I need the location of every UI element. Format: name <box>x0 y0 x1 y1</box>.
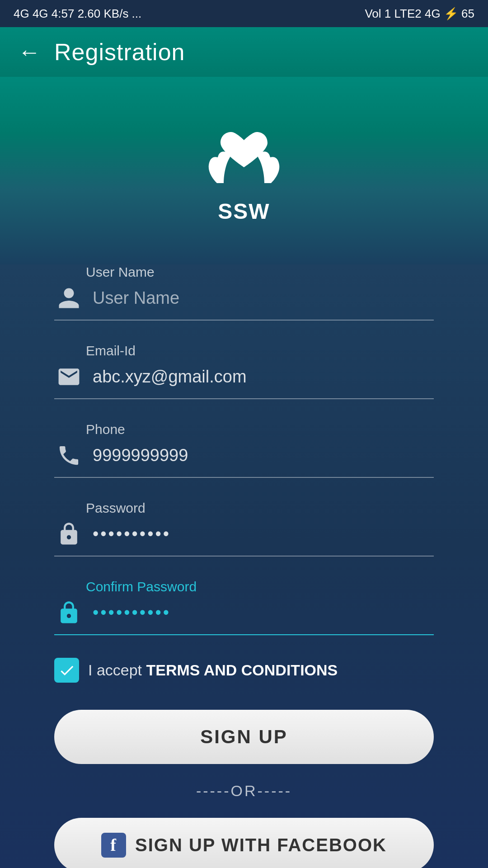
email-row <box>54 362 434 399</box>
content-area: SSW User Name Email-Id <box>0 77 488 868</box>
terms-link[interactable]: TERMS AND CONDITIONS <box>146 661 338 679</box>
lock-icon <box>54 519 84 549</box>
phone-label: Phone <box>54 422 434 437</box>
status-left-text: 4G 4G 4:57 2.60 KB/s ... <box>14 7 141 21</box>
confirm-password-row <box>54 598 434 635</box>
logo-text: SSW <box>218 199 270 224</box>
phone-input[interactable] <box>93 442 434 469</box>
facebook-button-label: SIGN UP WITH FACEBOOK <box>135 835 387 855</box>
phone-row <box>54 441 434 478</box>
username-field-group: User Name <box>54 264 434 321</box>
password-row <box>54 519 434 557</box>
back-button[interactable]: ← <box>18 41 41 63</box>
email-label: Email-Id <box>54 343 434 359</box>
phone-icon <box>54 441 84 470</box>
password-label: Password <box>54 500 434 516</box>
page-title: Registration <box>54 38 185 66</box>
or-divider: -----OR----- <box>54 782 434 800</box>
facebook-signup-button[interactable]: f SIGN UP WITH FACEBOOK <box>54 818 434 868</box>
email-input[interactable] <box>93 363 434 390</box>
email-field-group: Email-Id <box>54 343 434 399</box>
username-row <box>54 283 434 321</box>
status-right: Vol 1 LTE2 4G ⚡ 65 <box>365 7 474 21</box>
confirm-password-field-group: Confirm Password <box>54 579 434 635</box>
user-icon <box>54 283 84 313</box>
status-left: 4G 4G 4:57 2.60 KB/s ... <box>14 7 141 21</box>
form-section: User Name Email-Id <box>0 264 488 868</box>
app-logo-icon <box>199 104 289 194</box>
logo-container: SSW <box>199 104 289 224</box>
phone-field-group: Phone <box>54 422 434 478</box>
terms-label: I accept TERMS AND CONDITIONS <box>88 661 338 679</box>
app-bar: ← Registration <box>0 27 488 77</box>
signup-button[interactable]: SIGN UP <box>54 710 434 764</box>
confirm-password-label: Confirm Password <box>54 579 434 594</box>
facebook-icon: f <box>101 833 126 858</box>
email-icon <box>54 362 84 392</box>
terms-checkbox-row: I accept TERMS AND CONDITIONS <box>54 658 434 683</box>
password-input[interactable] <box>93 521 434 547</box>
status-right-text: Vol 1 LTE2 4G ⚡ 65 <box>365 7 474 21</box>
password-field-group: Password <box>54 500 434 557</box>
terms-checkbox[interactable] <box>54 658 79 683</box>
confirm-password-input[interactable] <box>93 599 434 626</box>
confirm-lock-icon <box>54 598 84 627</box>
username-input[interactable] <box>93 285 434 311</box>
username-label: User Name <box>54 264 434 280</box>
hero-section: SSW <box>0 77 488 264</box>
status-bar: 4G 4G 4:57 2.60 KB/s ... Vol 1 LTE2 4G ⚡… <box>0 0 488 27</box>
